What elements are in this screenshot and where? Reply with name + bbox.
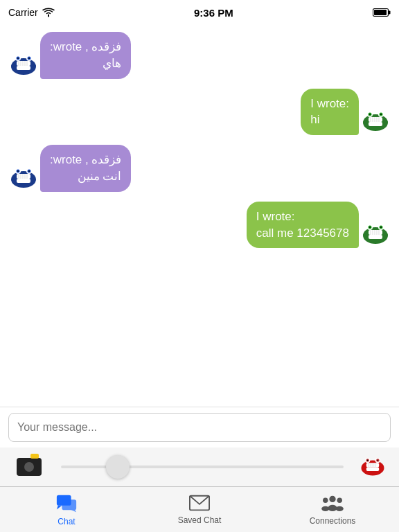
saved-chat-tab-icon xyxy=(189,495,210,514)
message-input[interactable] xyxy=(8,413,391,442)
svg-point-79 xyxy=(328,504,337,511)
camera-icon xyxy=(17,458,42,476)
svg-point-81 xyxy=(321,506,329,511)
bubble-left-2: فزقده , wrote:انت منين xyxy=(40,145,131,192)
svg-point-44 xyxy=(28,170,30,172)
svg-rect-52 xyxy=(369,235,382,239)
bubble-left-1: فزقده , wrote:هاي xyxy=(40,32,131,79)
svg-marker-76 xyxy=(71,510,77,512)
tab-connections-label: Connections xyxy=(310,516,356,526)
svg-point-27 xyxy=(369,114,371,115)
camera-button[interactable] xyxy=(11,453,47,481)
avatar-right-2 xyxy=(359,215,392,248)
avatar-left-2 xyxy=(7,159,40,192)
input-area xyxy=(0,407,399,447)
camera-lens xyxy=(24,462,34,472)
tab-saved-chat-label: Saved Chat xyxy=(178,515,222,525)
tab-chat-label: Chat xyxy=(57,517,75,526)
svg-rect-10 xyxy=(17,66,30,70)
svg-point-41 xyxy=(17,170,19,172)
svg-rect-75 xyxy=(62,499,76,510)
camera-flash xyxy=(30,454,39,459)
svg-point-72 xyxy=(377,459,378,461)
svg-marker-74 xyxy=(57,505,62,509)
avatar-right-1 xyxy=(359,102,392,135)
svg-point-83 xyxy=(336,506,344,511)
tab-bar: Chat Saved Chat Connectio xyxy=(0,486,399,532)
wifi-icon xyxy=(42,8,55,17)
bubble-right-2: I wrote:call me 12345678 xyxy=(247,202,359,249)
tab-chat[interactable]: Chat xyxy=(0,487,133,532)
svg-point-13 xyxy=(17,57,19,59)
battery-icon xyxy=(373,8,391,17)
avatar-left-1 xyxy=(7,46,40,79)
status-carrier: Carrier xyxy=(8,7,55,18)
svg-point-78 xyxy=(329,495,335,502)
toolbar xyxy=(0,447,399,486)
message-row: I wrote:hi xyxy=(7,89,392,136)
svg-point-55 xyxy=(369,227,371,228)
emoji-sticker-button[interactable] xyxy=(357,449,388,486)
svg-rect-66 xyxy=(366,467,379,471)
slider-thumb[interactable] xyxy=(106,455,130,479)
svg-rect-2 xyxy=(374,10,387,15)
chat-tab-icon xyxy=(55,493,78,515)
svg-point-30 xyxy=(380,114,382,115)
svg-point-16 xyxy=(28,57,30,59)
message-row: فزقده , wrote:انت منين xyxy=(7,145,392,192)
slider-track[interactable] xyxy=(61,466,344,468)
svg-point-69 xyxy=(367,459,369,461)
svg-point-82 xyxy=(337,497,342,502)
svg-rect-38 xyxy=(17,179,30,183)
svg-point-58 xyxy=(380,227,382,228)
status-battery xyxy=(373,8,391,17)
message-row: I wrote:call me 12345678 xyxy=(7,202,392,249)
tab-saved-chat[interactable]: Saved Chat xyxy=(133,487,266,532)
bubble-right-1: I wrote:hi xyxy=(301,89,359,136)
svg-rect-1 xyxy=(388,11,390,15)
svg-rect-24 xyxy=(369,122,382,126)
message-row: فزقده , wrote:هاي xyxy=(7,32,392,79)
carrier-label: Carrier xyxy=(8,7,38,18)
chat-area: فزقده , wrote:هاي I wrote:hi xyxy=(0,25,399,397)
status-bar: Carrier 9:36 PM xyxy=(0,0,399,25)
tab-connections[interactable]: Connections xyxy=(266,487,399,532)
connections-tab-icon xyxy=(321,494,344,515)
svg-point-80 xyxy=(323,497,328,502)
status-time: 9:36 PM xyxy=(194,7,233,19)
